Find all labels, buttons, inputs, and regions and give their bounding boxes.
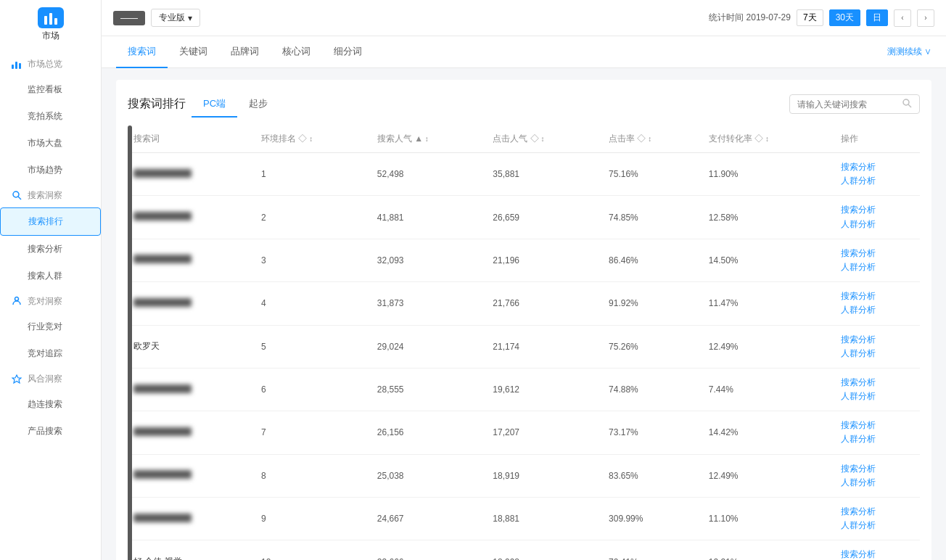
search-analysis-link-9[interactable]: 搜索分析 [841,505,914,519]
people-analysis-link-4[interactable]: 人群分析 [841,303,914,317]
search-analysis-link-8[interactable]: 搜索分析 [841,462,914,476]
btn-7day[interactable]: 7天 [797,9,823,26]
sidebar-item-trend-search-label: 趋连搜索 [28,398,62,411]
people-analysis-link-5[interactable]: 人群分析 [841,347,914,361]
conversion-cell-9: 11.10% [703,498,835,540]
sidebar-item-industry[interactable]: 行业竞对 [0,313,101,340]
th-conversion[interactable]: 支付转化率 ◇ [703,125,835,153]
keyword-cell-1 [128,153,255,196]
sidebar: 市场 市场总览 监控看板 竞拍系统 市场大盘 市场趋势 [0,0,102,560]
search-pop-cell-7: 26,156 [371,411,488,454]
sidebar-item-category-search[interactable]: 产品搜索 [0,418,101,445]
th-search-pop[interactable]: 搜索人气 ▲ [371,125,488,153]
table-row: 924,66718,881309.99%11.10%搜索分析人群分析 [128,498,920,540]
th-keyword: 搜索词 [128,125,255,153]
sub-tab-pc[interactable]: PC端 [192,91,237,118]
logo-icon [38,7,64,28]
th-click-pop[interactable]: 点击人气 ◇ [487,125,603,153]
sidebar-item-trend-search[interactable]: 趋连搜索 [0,391,101,418]
svg-rect-2 [54,18,57,25]
tab-related-word[interactable]: 细分词 [322,36,374,68]
svg-rect-4 [15,62,17,69]
search-analysis-link-6[interactable]: 搜索分析 [841,376,914,390]
sidebar-item-competitor[interactable]: 竞拍系统 [0,103,101,130]
th-click-rate[interactable]: 点击率 ◇ [603,125,703,153]
click-rate-cell-2: 74.85% [603,196,703,239]
people-analysis-link-3[interactable]: 人群分析 [841,260,914,274]
svg-point-6 [13,192,19,197]
sidebar-item-search-people[interactable]: 搜索人群 [0,263,101,289]
sidebar-item-search-ranking[interactable]: 搜索排行 [0,207,101,236]
search-pop-cell-2: 41,881 [371,196,488,239]
sidebar-item-search-analysis-label: 搜索分析 [28,243,62,255]
search-pop-cell-9: 24,667 [371,498,488,540]
people-analysis-link-9[interactable]: 人群分析 [841,519,914,532]
click-pop-cell-9: 18,881 [487,498,603,540]
search-analysis-link-10[interactable]: 搜索分析 [841,548,914,560]
sidebar-item-monitor[interactable]: 监控看板 [0,76,101,103]
conversion-cell-10: 12.31% [703,540,835,560]
tab-nav-right[interactable]: 测测续续 ∨ [887,46,931,58]
breadcrumb-btn2[interactable]: 专业版 ▾ [151,9,200,27]
market-icon [12,59,23,70]
rank-cell-9: 9 [255,498,371,540]
keyword-search-input[interactable] [797,99,902,110]
keyword-cell-8 [128,454,255,497]
rank-cell-5: 5 [255,325,371,368]
sub-tabs: PC端 起步 [192,91,279,117]
table-row: 152,49835,88175.16%11.90%搜索分析人群分析 [128,153,920,196]
nav-next-arrow[interactable]: › [917,9,934,27]
sidebar-logo: 市场 [33,7,68,42]
search-analysis-link-4[interactable]: 搜索分析 [841,289,914,303]
keyword-cell-7 [128,411,255,454]
th-rank[interactable]: 环境排名 ◇ [255,125,371,153]
conversion-cell-5: 12.49% [703,325,835,368]
th-action: 操作 [835,125,920,153]
sidebar-item-search-people-label: 搜索人群 [28,270,62,282]
sidebar-item-market-trend-label: 市场趋势 [28,164,62,176]
people-analysis-link-6[interactable]: 人群分析 [841,390,914,403]
search-analysis-link-1[interactable]: 搜索分析 [841,160,914,174]
rank-cell-2: 2 [255,196,371,239]
search-analysis-link-5[interactable]: 搜索分析 [841,333,914,347]
search-analysis-link-2[interactable]: 搜索分析 [841,203,914,217]
keyword-cell-9 [128,498,255,540]
tab-core-word[interactable]: 核心词 [271,36,322,68]
sub-tab-mobile[interactable]: 起步 [237,91,279,118]
btn-30day[interactable]: 30天 [829,9,860,26]
rank-cell-6: 6 [255,368,371,411]
nav-prev-arrow[interactable]: ‹ [894,9,911,27]
search-people-icon [12,271,23,282]
breadcrumb-btn1[interactable]: —— [113,11,145,25]
click-pop-cell-1: 35,881 [487,153,603,196]
table-header: 搜索词 环境排名 ◇ 搜索人气 ▲ 点击人气 ◇ 点击率 ◇ 支付转化率 ◇ 操… [128,125,920,153]
sidebar-item-market-trend[interactable]: 市场趋势 [0,157,101,184]
tab-brand-word[interactable]: 关键词 [168,36,219,68]
topbar: —— 专业版 ▾ 统计时间 2019-07-29 7天 30天 日 ‹ › [102,0,946,36]
sidebar-group-competitor: 竞对洞察 [0,289,101,313]
conversion-cell-7: 14.42% [703,411,835,454]
market-trend-icon [12,165,23,176]
action-cell-8: 搜索分析人群分析 [835,454,920,497]
people-analysis-link-2[interactable]: 人群分析 [841,218,914,231]
conversion-cell-2: 12.58% [703,196,835,239]
keyword-cell-4 [128,282,255,325]
rank-bar-visual [128,125,132,560]
sidebar-item-competitor-track[interactable]: 竞对追踪 [0,340,101,367]
people-analysis-link-7[interactable]: 人群分析 [841,432,914,446]
sidebar-item-market-big[interactable]: 市场大盘 [0,130,101,157]
click-pop-cell-7: 17,207 [487,411,603,454]
btn-calendar[interactable]: 日 [866,9,888,26]
search-analysis-link-7[interactable]: 搜索分析 [841,419,914,432]
search-pop-cell-3: 32,093 [371,239,488,281]
table-row: 825,03818,91983.65%12.49%搜索分析人群分析 [128,454,920,497]
search-pop-cell-10: 23,666 [371,540,488,560]
search-analysis-link-3[interactable]: 搜索分析 [841,247,914,260]
tab-search-word[interactable]: 搜索词 [116,36,168,68]
people-analysis-link-1[interactable]: 人群分析 [841,174,914,188]
sidebar-item-search-analysis[interactable]: 搜索分析 [0,236,101,263]
action-cell-5: 搜索分析人群分析 [835,325,920,368]
tab-product-word[interactable]: 品牌词 [219,36,271,68]
people-analysis-link-8[interactable]: 人群分析 [841,476,914,490]
search-pop-cell-1: 52,498 [371,153,488,196]
